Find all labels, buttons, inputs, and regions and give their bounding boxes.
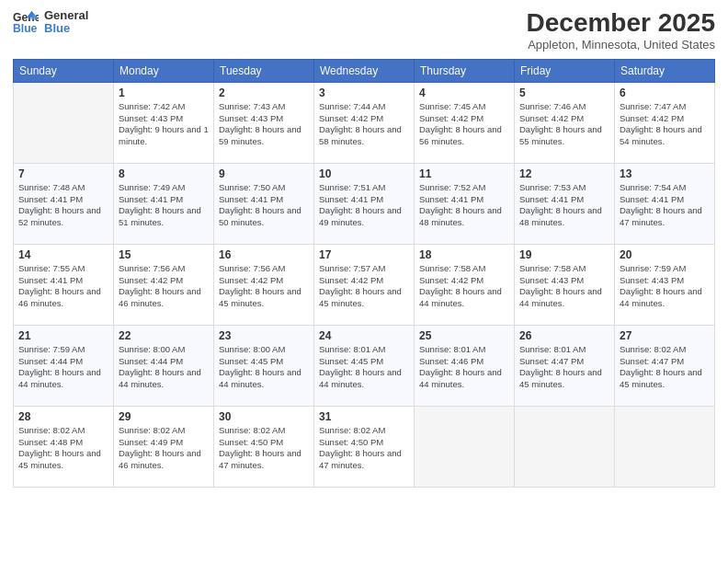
calendar-day-cell: 18Sunrise: 7:58 AMSunset: 4:42 PMDayligh… bbox=[415, 244, 515, 325]
day-number: 14 bbox=[18, 248, 108, 261]
day-number: 15 bbox=[119, 248, 209, 261]
location-text: Appleton, Minnesota, United States bbox=[527, 38, 715, 52]
calendar-day-cell bbox=[515, 406, 615, 487]
day-info: Sunrise: 8:02 AMSunset: 4:50 PMDaylight:… bbox=[219, 425, 309, 472]
day-info: Sunrise: 7:54 AMSunset: 4:41 PMDaylight:… bbox=[620, 182, 710, 229]
day-number: 9 bbox=[219, 167, 309, 180]
day-number: 2 bbox=[219, 86, 309, 99]
day-info: Sunrise: 7:42 AMSunset: 4:43 PMDaylight:… bbox=[119, 101, 209, 148]
day-number: 16 bbox=[219, 248, 309, 261]
day-info: Sunrise: 7:45 AMSunset: 4:42 PMDaylight:… bbox=[419, 101, 509, 148]
calendar-day-cell: 11Sunrise: 7:52 AMSunset: 4:41 PMDayligh… bbox=[415, 163, 515, 244]
calendar-week-row: 14Sunrise: 7:55 AMSunset: 4:41 PMDayligh… bbox=[14, 244, 715, 325]
logo-icon: General Blue bbox=[13, 9, 39, 35]
calendar-day-cell: 7Sunrise: 7:48 AMSunset: 4:41 PMDaylight… bbox=[14, 163, 114, 244]
day-number: 7 bbox=[18, 167, 108, 180]
calendar-week-row: 1Sunrise: 7:42 AMSunset: 4:43 PMDaylight… bbox=[14, 82, 715, 163]
day-number: 1 bbox=[119, 86, 209, 99]
month-title: December 2025 bbox=[527, 9, 715, 38]
day-number: 6 bbox=[620, 86, 710, 99]
day-number: 5 bbox=[519, 86, 609, 99]
day-number: 22 bbox=[119, 329, 209, 342]
day-number: 28 bbox=[18, 410, 108, 423]
calendar-day-cell: 13Sunrise: 7:54 AMSunset: 4:41 PMDayligh… bbox=[615, 163, 715, 244]
day-info: Sunrise: 8:00 AMSunset: 4:44 PMDaylight:… bbox=[119, 344, 209, 391]
calendar-day-cell: 25Sunrise: 8:01 AMSunset: 4:46 PMDayligh… bbox=[415, 325, 515, 406]
calendar-table: SundayMondayTuesdayWednesdayThursdayFrid… bbox=[13, 59, 715, 488]
calendar-day-cell: 20Sunrise: 7:59 AMSunset: 4:43 PMDayligh… bbox=[615, 244, 715, 325]
calendar-day-cell bbox=[14, 82, 114, 163]
calendar-day-cell: 4Sunrise: 7:45 AMSunset: 4:42 PMDaylight… bbox=[415, 82, 515, 163]
day-number: 12 bbox=[519, 167, 609, 180]
day-info: Sunrise: 8:00 AMSunset: 4:45 PMDaylight:… bbox=[219, 344, 309, 391]
day-info: Sunrise: 7:59 AMSunset: 4:43 PMDaylight:… bbox=[620, 263, 710, 310]
calendar-day-cell: 16Sunrise: 7:56 AMSunset: 4:42 PMDayligh… bbox=[214, 244, 314, 325]
day-number: 31 bbox=[319, 410, 409, 423]
calendar-day-cell: 2Sunrise: 7:43 AMSunset: 4:43 PMDaylight… bbox=[214, 82, 314, 163]
day-info: Sunrise: 8:01 AMSunset: 4:47 PMDaylight:… bbox=[519, 344, 609, 391]
day-info: Sunrise: 8:01 AMSunset: 4:46 PMDaylight:… bbox=[419, 344, 509, 391]
day-info: Sunrise: 7:44 AMSunset: 4:42 PMDaylight:… bbox=[319, 101, 409, 148]
day-number: 11 bbox=[419, 167, 509, 180]
calendar-day-cell: 22Sunrise: 8:00 AMSunset: 4:44 PMDayligh… bbox=[114, 325, 214, 406]
calendar-day-cell: 30Sunrise: 8:02 AMSunset: 4:50 PMDayligh… bbox=[214, 406, 314, 487]
day-info: Sunrise: 7:51 AMSunset: 4:41 PMDaylight:… bbox=[319, 182, 409, 229]
day-info: Sunrise: 7:47 AMSunset: 4:42 PMDaylight:… bbox=[620, 101, 710, 148]
day-number: 21 bbox=[18, 329, 108, 342]
weekday-header-thursday: Thursday bbox=[415, 59, 515, 82]
page-header: General Blue General Blue December 2025 … bbox=[13, 9, 715, 52]
calendar-week-row: 28Sunrise: 8:02 AMSunset: 4:48 PMDayligh… bbox=[14, 406, 715, 487]
day-info: Sunrise: 7:53 AMSunset: 4:41 PMDaylight:… bbox=[519, 182, 609, 229]
weekday-header-monday: Monday bbox=[114, 59, 214, 82]
day-info: Sunrise: 8:02 AMSunset: 4:49 PMDaylight:… bbox=[119, 425, 209, 472]
logo-general-text: General bbox=[44, 9, 88, 22]
calendar-day-cell: 31Sunrise: 8:02 AMSunset: 4:50 PMDayligh… bbox=[314, 406, 415, 487]
calendar-day-cell: 15Sunrise: 7:56 AMSunset: 4:42 PMDayligh… bbox=[114, 244, 214, 325]
day-info: Sunrise: 7:46 AMSunset: 4:42 PMDaylight:… bbox=[519, 101, 609, 148]
day-number: 27 bbox=[620, 329, 710, 342]
day-info: Sunrise: 7:43 AMSunset: 4:43 PMDaylight:… bbox=[219, 101, 309, 148]
svg-text:Blue: Blue bbox=[13, 22, 38, 35]
day-number: 29 bbox=[119, 410, 209, 423]
calendar-week-row: 21Sunrise: 7:59 AMSunset: 4:44 PMDayligh… bbox=[14, 325, 715, 406]
calendar-week-row: 7Sunrise: 7:48 AMSunset: 4:41 PMDaylight… bbox=[14, 163, 715, 244]
calendar-day-cell: 21Sunrise: 7:59 AMSunset: 4:44 PMDayligh… bbox=[14, 325, 114, 406]
calendar-day-cell: 26Sunrise: 8:01 AMSunset: 4:47 PMDayligh… bbox=[515, 325, 615, 406]
calendar-day-cell: 8Sunrise: 7:49 AMSunset: 4:41 PMDaylight… bbox=[114, 163, 214, 244]
calendar-day-cell: 14Sunrise: 7:55 AMSunset: 4:41 PMDayligh… bbox=[14, 244, 114, 325]
calendar-day-cell: 5Sunrise: 7:46 AMSunset: 4:42 PMDaylight… bbox=[515, 82, 615, 163]
day-number: 3 bbox=[319, 86, 409, 99]
calendar-day-cell bbox=[615, 406, 715, 487]
day-number: 25 bbox=[419, 329, 509, 342]
calendar-day-cell: 12Sunrise: 7:53 AMSunset: 4:41 PMDayligh… bbox=[515, 163, 615, 244]
day-info: Sunrise: 7:52 AMSunset: 4:41 PMDaylight:… bbox=[419, 182, 509, 229]
day-info: Sunrise: 7:56 AMSunset: 4:42 PMDaylight:… bbox=[219, 263, 309, 310]
day-info: Sunrise: 7:56 AMSunset: 4:42 PMDaylight:… bbox=[119, 263, 209, 310]
day-number: 23 bbox=[219, 329, 309, 342]
day-info: Sunrise: 7:50 AMSunset: 4:41 PMDaylight:… bbox=[219, 182, 309, 229]
calendar-day-cell: 19Sunrise: 7:58 AMSunset: 4:43 PMDayligh… bbox=[515, 244, 615, 325]
calendar-day-cell: 6Sunrise: 7:47 AMSunset: 4:42 PMDaylight… bbox=[615, 82, 715, 163]
calendar-day-cell: 24Sunrise: 8:01 AMSunset: 4:45 PMDayligh… bbox=[314, 325, 415, 406]
calendar-day-cell: 9Sunrise: 7:50 AMSunset: 4:41 PMDaylight… bbox=[214, 163, 314, 244]
calendar-day-cell: 29Sunrise: 8:02 AMSunset: 4:49 PMDayligh… bbox=[114, 406, 214, 487]
calendar-day-cell: 17Sunrise: 7:57 AMSunset: 4:42 PMDayligh… bbox=[314, 244, 415, 325]
calendar-day-cell bbox=[415, 406, 515, 487]
day-info: Sunrise: 8:01 AMSunset: 4:45 PMDaylight:… bbox=[319, 344, 409, 391]
day-number: 19 bbox=[519, 248, 609, 261]
weekday-header-friday: Friday bbox=[515, 59, 615, 82]
logo: General Blue General Blue bbox=[13, 9, 88, 36]
day-info: Sunrise: 7:58 AMSunset: 4:43 PMDaylight:… bbox=[519, 263, 609, 310]
day-info: Sunrise: 7:55 AMSunset: 4:41 PMDaylight:… bbox=[18, 263, 108, 310]
weekday-header-wednesday: Wednesday bbox=[314, 59, 415, 82]
weekday-header-saturday: Saturday bbox=[615, 59, 715, 82]
day-number: 18 bbox=[419, 248, 509, 261]
calendar-day-cell: 28Sunrise: 8:02 AMSunset: 4:48 PMDayligh… bbox=[14, 406, 114, 487]
day-number: 17 bbox=[319, 248, 409, 261]
calendar-day-cell: 23Sunrise: 8:00 AMSunset: 4:45 PMDayligh… bbox=[214, 325, 314, 406]
calendar-day-cell: 3Sunrise: 7:44 AMSunset: 4:42 PMDaylight… bbox=[314, 82, 415, 163]
day-info: Sunrise: 7:48 AMSunset: 4:41 PMDaylight:… bbox=[18, 182, 108, 229]
day-number: 13 bbox=[620, 167, 710, 180]
day-number: 24 bbox=[319, 329, 409, 342]
day-number: 20 bbox=[620, 248, 710, 261]
